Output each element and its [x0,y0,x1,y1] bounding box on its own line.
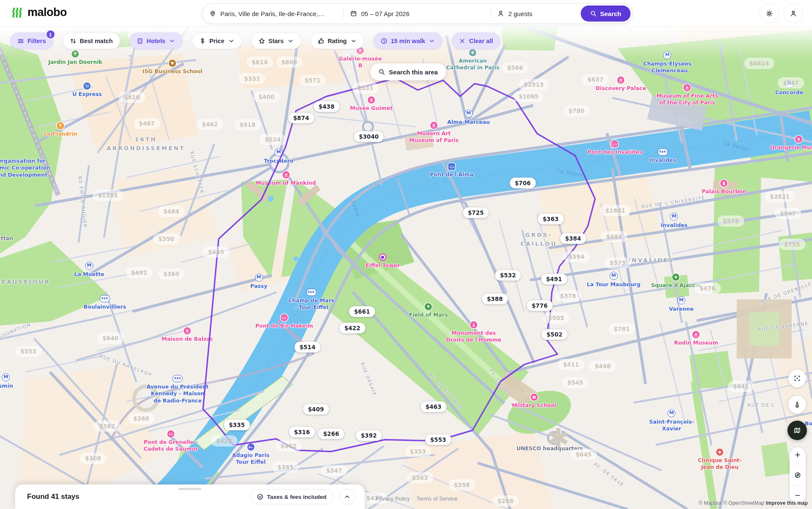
guests-field[interactable]: 2 guests [491,4,581,23]
zoom-out-button[interactable] [790,492,806,499]
filter-chip-clear-all[interactable]: Clear all [452,33,500,49]
price-pin[interactable]: $335 [224,419,250,430]
filter-chip-price[interactable]: Price [192,33,241,49]
price-pin-unfocused[interactable]: $637 [582,74,609,85]
weather-button[interactable] [788,396,806,413]
price-pin-unfocused[interactable]: $810 [119,92,145,103]
location-field[interactable]: Paris, Ville de Paris, Ile-de-France,… [203,4,343,23]
zoom-in-button[interactable] [790,452,806,458]
filter-chip-best-match[interactable]: Best match [63,33,120,49]
filter-chip-stars[interactable]: Stars [251,33,301,49]
price-pin-unfocused[interactable]: $1385 [93,190,123,201]
app-logo[interactable]: malobo [11,6,67,19]
price-pin[interactable]: $502 [541,329,568,340]
price-pin-unfocused[interactable]: $645 [571,449,597,460]
price-pin-unfocused[interactable]: $467 [134,118,160,129]
price-pin-unfocused[interactable]: $347 [321,465,347,476]
price-pin-unfocused[interactable]: $411 [558,359,584,370]
price-pin-unfocused[interactable]: $483 [601,231,627,242]
price-pin[interactable]: $438 [313,101,340,112]
price-pin-unfocused[interactable]: $385 [272,462,299,473]
price-pin-unfocused[interactable]: $573 [604,257,631,268]
price-pin[interactable]: $266 [318,428,344,439]
price-pin-unfocused[interactable]: $918 [234,119,261,130]
price-pin-unfocused[interactable]: $947 [775,208,801,219]
price-pin-unfocused[interactable]: $350 [153,233,179,244]
price-pin-unfocused[interactable]: $308 [80,453,106,464]
price-pin[interactable]: $388 [482,293,508,304]
search-button[interactable]: Search [581,5,631,22]
price-pin-unfocused[interactable]: $353 [405,446,431,457]
price-pin-unfocused[interactable]: $553 [15,346,41,357]
price-pin-unfocused[interactable]: $288 [492,495,518,506]
price-pin-unfocused[interactable]: $755 [779,239,805,250]
sheet-drag-handle[interactable] [178,488,201,490]
price-pin-unfocused[interactable]: $1881 [601,205,631,216]
osm-attribution-link[interactable]: © OpenStreetMap [723,500,764,506]
price-pin-unfocused[interactable]: $566 [502,62,528,73]
price-pin-unfocused[interactable]: $378 [555,290,581,301]
price-pin[interactable]: $463 [420,401,447,412]
price-pin-unfocused[interactable]: $781 [609,323,635,334]
price-pin[interactable]: $3040 [354,131,384,142]
price-pin-unfocused[interactable]: $491 [126,267,152,278]
price-pin-unfocused[interactable]: $4614 [744,58,774,69]
price-pin-unfocused[interactable]: $428 [211,435,237,446]
price-pin-unfocused[interactable]: $441 [728,381,754,392]
price-pin-unfocused[interactable]: $484 [158,206,184,217]
price-pin-unfocused[interactable]: $363 [407,472,433,483]
price-pin[interactable]: $491 [541,274,567,285]
price-pin[interactable]: $392 [356,430,382,441]
price-pin-unfocused[interactable]: $531 [352,82,379,93]
price-pin-unfocused[interactable]: $614 [247,57,273,68]
price-pin[interactable]: $363 [538,213,564,224]
price-pin[interactable]: $553 [425,434,451,445]
taxes-included-badge[interactable]: Taxes & fees included [250,489,333,504]
map-style-button[interactable] [787,421,807,440]
price-pin[interactable]: $706 [510,178,536,189]
compass-button[interactable] [790,472,806,479]
price-pin-unfocused[interactable]: $358 [449,479,475,490]
filter-chip-filters[interactable]: Filters1 [10,33,53,49]
price-pin-unfocused[interactable]: $448 [590,361,616,372]
price-pin-unfocused[interactable]: $402 [275,441,302,452]
price-pin-unfocused[interactable]: $2821 [765,191,795,202]
filter-chip-rating[interactable]: Rating [310,33,364,49]
mapbox-attribution-link[interactable]: © Mapbox [699,500,722,506]
price-pin-unfocused[interactable]: $382 [94,421,120,432]
price-pin-unfocused[interactable]: $445 [203,246,229,257]
price-pin-unfocused[interactable]: $360 [158,268,184,279]
filter-chip-15-min-walk[interactable]: 15 min walk [373,33,442,49]
price-pin-unfocused[interactable]: $594 [563,251,590,262]
price-pin-unfocused[interactable]: $606 [276,57,302,68]
privacy-policy-link[interactable]: Privacy Policy [376,495,410,502]
price-pin[interactable]: $409 [303,404,329,415]
expand-sheet-button[interactable] [339,489,355,505]
price-pin[interactable]: $514 [294,342,321,353]
search-this-area-button[interactable]: Search this area [370,63,446,80]
price-pin[interactable]: $776 [527,300,553,311]
price-pin-unfocused[interactable]: $1065 [514,91,544,102]
price-pin-unfocused[interactable]: $476 [694,283,721,294]
price-pin[interactable]: $661 [349,306,375,317]
price-pin[interactable]: $532 [495,270,521,281]
price-pin-unfocused[interactable]: $575 [718,216,744,227]
price-pin-unfocused[interactable]: $462 [197,119,223,130]
price-pin[interactable]: $316 [289,427,315,438]
fullscreen-button[interactable] [788,369,806,387]
price-pin[interactable]: $384 [560,233,586,244]
price-pin-unfocused[interactable]: $505 [543,312,569,323]
price-pin[interactable]: $725 [463,207,489,218]
price-pin-unfocused[interactable]: $571 [299,75,326,86]
price-pin[interactable]: $422 [339,323,365,334]
price-pin[interactable]: $874 [288,112,314,123]
price-pin-unfocused[interactable]: $747 [778,77,804,88]
terms-link[interactable]: Terms of Service [417,495,458,502]
price-pin-unfocused[interactable]: $545 [562,377,588,388]
filter-chip-hotels[interactable]: Hotels [129,33,183,49]
price-pin-unfocused[interactable]: $640 [97,333,123,344]
theme-toggle-button[interactable] [760,4,779,23]
improve-map-link[interactable]: Improve this map [766,500,808,506]
price-pin-unfocused[interactable]: $331 [239,73,265,84]
price-pin-unfocused[interactable]: $368 [128,413,154,424]
